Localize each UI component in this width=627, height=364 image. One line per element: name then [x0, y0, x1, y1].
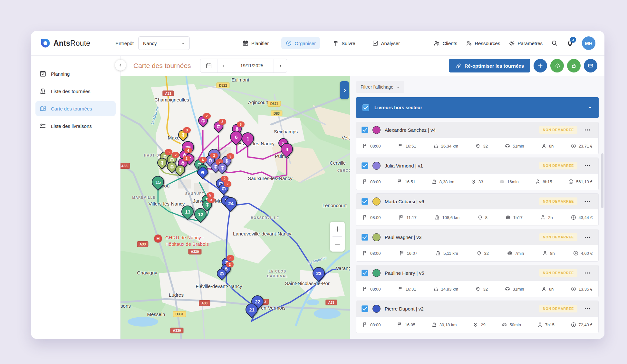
notifications-button[interactable]: 3 — [566, 40, 574, 47]
stop-marker[interactable]: 6 — [230, 131, 242, 143]
group-header-livreurs-hors-secteur[interactable]: Livreurs hors secteur — [356, 97, 599, 118]
warehouse-select[interactable]: Nancy — [138, 36, 190, 50]
road-badge: A33 — [121, 163, 130, 169]
tab-planifier[interactable]: Planifier — [238, 37, 273, 49]
stop-marker[interactable] — [217, 163, 227, 172]
map-pin-icon — [39, 105, 46, 112]
driver-checkbox[interactable] — [362, 127, 368, 133]
stop-marker[interactable]: 12 — [194, 208, 207, 220]
date-calendar-button[interactable] — [200, 59, 217, 72]
cost-icon — [573, 250, 579, 256]
stat-value: 8,38 km — [439, 179, 454, 184]
stop-marker[interactable]: 13 — [181, 206, 194, 218]
add-button[interactable] — [534, 59, 547, 72]
sidebar-item-liste-tournees[interactable]: Liste des tournées — [35, 84, 116, 99]
group-checkbox[interactable] — [362, 104, 369, 111]
sidebar-item-planning[interactable]: Planning — [35, 66, 116, 81]
tab-analyser[interactable]: Analyser — [368, 37, 404, 49]
driver-menu-button[interactable] — [582, 236, 593, 238]
search-button[interactable] — [551, 40, 558, 47]
sidebar-item-carte-tournees[interactable]: Carte des tournées — [35, 101, 116, 116]
finish-flag-icon — [398, 143, 403, 149]
mail-button[interactable] — [584, 59, 597, 72]
date-previous-button[interactable] — [217, 59, 230, 72]
finish-flag-icon — [398, 215, 404, 220]
current-date[interactable]: 19/11/2025 — [230, 59, 274, 72]
zoom-out-button[interactable] — [330, 237, 345, 252]
warehouse-selector: Entrepôt Nancy — [115, 36, 190, 50]
cloud-download-button[interactable] — [550, 59, 564, 72]
stat-start: 08:00 — [362, 286, 381, 292]
nav-parametres[interactable]: Paramètres — [508, 40, 543, 47]
stop-marker[interactable]: 1 — [242, 132, 254, 145]
depot-marker[interactable] — [198, 168, 207, 177]
driver-checkbox[interactable] — [362, 270, 368, 276]
body-row: Planning Liste des tournées Carte des to… — [31, 55, 604, 339]
driver-menu-button[interactable] — [582, 129, 593, 131]
driver-stats-row: 08:0016:0530,18 km2950min7h1572,43 € — [356, 316, 598, 333]
stops-icon — [473, 322, 478, 328]
zoom-in-button[interactable] — [330, 222, 345, 236]
sidebar-item-liste-livraisons[interactable]: Liste des livraisons — [35, 119, 116, 133]
map-zoom-control — [330, 222, 345, 252]
nav-clients[interactable]: Clients — [433, 40, 457, 47]
road-badge: A33 — [199, 300, 210, 306]
stop-marker[interactable]: 24 — [225, 197, 237, 209]
stop-marker[interactable] — [217, 269, 227, 278]
cost-icon — [571, 143, 576, 149]
stop-count-badge: 2 — [183, 156, 190, 161]
stop-count-badge: 3 — [210, 153, 218, 158]
tab-suivre[interactable]: Suivre — [328, 37, 360, 49]
finish-flag-icon — [397, 179, 402, 185]
driver-menu-button[interactable] — [582, 165, 593, 167]
warehouse-label: Entrepôt — [115, 41, 134, 46]
expand-map-button[interactable] — [340, 81, 349, 99]
nav-ressources[interactable]: Ressources — [466, 40, 500, 47]
routes-map[interactable]: EulmontChampigneullesAgincourtSeichampsV… — [121, 76, 350, 339]
stat-value: 8h — [550, 251, 555, 256]
panel-scrollbar[interactable] — [601, 153, 603, 208]
driver-color-dot — [372, 162, 381, 170]
drive-time-icon — [505, 286, 510, 292]
stop-marker[interactable]: 4 — [281, 143, 293, 155]
stop-marker[interactable]: 21 — [246, 303, 258, 316]
distance-icon — [433, 143, 439, 149]
driver-checkbox[interactable] — [362, 305, 368, 312]
stop-marker[interactable] — [157, 158, 167, 168]
user-avatar[interactable]: MH — [582, 36, 595, 50]
layers-icon — [169, 164, 174, 169]
tab-organiser[interactable]: Organiser — [281, 37, 320, 49]
lock-button[interactable] — [567, 59, 581, 72]
navbar-right: Clients Ressources Paramètres 3 MH — [433, 36, 595, 50]
filter-display-button[interactable]: Filtrer l'affichage — [356, 81, 404, 93]
driver-menu-button[interactable] — [582, 201, 593, 202]
stat-value: 23,71 € — [579, 144, 593, 148]
warehouse-value: Nancy — [143, 41, 157, 46]
reoptimize-button[interactable]: Ré-optimiser les tournées — [449, 59, 530, 72]
driver-checkbox[interactable] — [362, 234, 368, 241]
stop-marker[interactable]: 15 — [152, 176, 164, 188]
driver-name: Pauline Henry | v5 — [385, 270, 424, 276]
stop-marker[interactable]: 23 — [313, 267, 325, 279]
collapse-sidebar-button[interactable] — [115, 60, 126, 71]
layers-icon — [219, 271, 224, 276]
checklist-icon — [39, 122, 46, 129]
driver-checkbox[interactable] — [362, 198, 368, 205]
date-next-button[interactable] — [274, 59, 287, 72]
stop-marker[interactable] — [175, 165, 185, 175]
antsroute-logo[interactable]: AntsRoute — [40, 38, 90, 49]
plus-icon — [537, 62, 544, 69]
driver-checkbox[interactable] — [362, 162, 368, 169]
driver-menu-button[interactable] — [582, 308, 593, 310]
stop-marker[interactable]: 2 — [219, 184, 228, 193]
map-place-label: CERCŒ — [337, 169, 350, 172]
stop-marker[interactable]: 3 — [178, 130, 188, 139]
distance-icon — [433, 286, 439, 292]
stop-marker[interactable]: 2 — [198, 116, 208, 125]
driver-menu-button[interactable] — [582, 272, 593, 274]
content-area: Carte des tournées 19/11/2025 — [121, 55, 604, 339]
stop-marker[interactable]: 3 — [214, 121, 223, 131]
collapse-group-button[interactable] — [588, 106, 592, 110]
driver-status-badge: NON DEMARREE — [539, 305, 577, 312]
stat-value: 13,35 € — [579, 287, 593, 292]
